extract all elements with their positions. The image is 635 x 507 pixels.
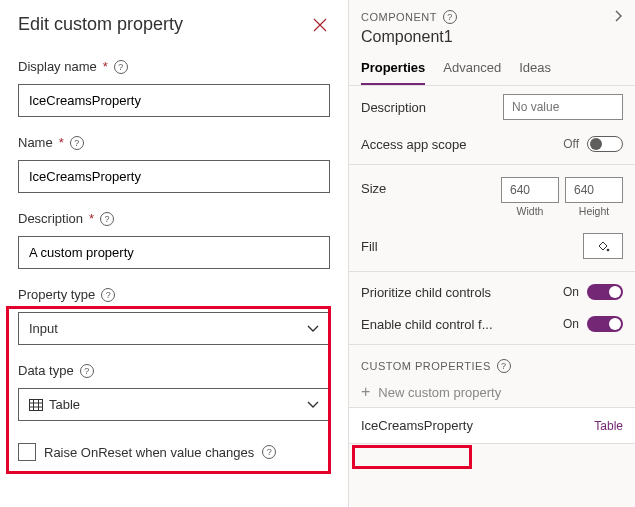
edit-property-panel: Edit custom property Display name * ? Na… xyxy=(0,0,349,507)
access-app-scope-label: Access app scope xyxy=(361,137,563,152)
svg-point-5 xyxy=(607,249,610,252)
info-icon[interactable]: ? xyxy=(70,136,84,150)
data-type-select[interactable]: Table xyxy=(18,388,330,421)
info-icon[interactable]: ? xyxy=(497,359,511,373)
height-sublabel: Height xyxy=(579,205,609,217)
new-custom-property-button[interactable]: + New custom property xyxy=(349,377,635,407)
tab-ideas[interactable]: Ideas xyxy=(519,54,551,85)
property-type-select[interactable]: Input xyxy=(18,312,330,345)
table-icon xyxy=(29,399,43,411)
raise-onreset-checkbox[interactable] xyxy=(18,443,36,461)
fill-label: Fill xyxy=(361,239,583,254)
svg-rect-0 xyxy=(30,399,43,410)
description-prop-label: Description xyxy=(361,100,503,115)
height-input[interactable] xyxy=(565,177,623,203)
width-sublabel: Width xyxy=(517,205,544,217)
custom-property-row[interactable]: IceCreamsProperty Table xyxy=(349,407,635,444)
custom-property-name: IceCreamsProperty xyxy=(361,418,473,433)
enable-child-toggle[interactable] xyxy=(587,316,623,332)
access-app-scope-state: Off xyxy=(563,137,579,151)
chevron-down-icon xyxy=(307,322,319,336)
component-panel: COMPONENT ? Component1 Properties Advanc… xyxy=(349,0,635,507)
close-icon[interactable] xyxy=(310,15,330,35)
property-type-label: Property type xyxy=(18,287,95,302)
description-input[interactable] xyxy=(18,236,330,269)
component-name: Component1 xyxy=(349,28,635,54)
tab-properties[interactable]: Properties xyxy=(361,54,425,85)
required-marker: * xyxy=(59,135,64,150)
chevron-down-icon xyxy=(307,398,319,412)
prioritize-state: On xyxy=(563,285,579,299)
plus-icon: + xyxy=(361,383,370,401)
prioritize-label: Prioritize child controls xyxy=(361,285,563,300)
info-icon[interactable]: ? xyxy=(100,212,114,226)
display-name-label: Display name xyxy=(18,59,97,74)
fill-button[interactable] xyxy=(583,233,623,259)
width-input[interactable] xyxy=(501,177,559,203)
chevron-right-icon[interactable] xyxy=(615,10,623,24)
info-icon[interactable]: ? xyxy=(443,10,457,24)
description-label: Description xyxy=(18,211,83,226)
required-marker: * xyxy=(89,211,94,226)
custom-properties-section: CUSTOM PROPERTIES xyxy=(361,360,491,372)
info-icon[interactable]: ? xyxy=(114,60,128,74)
data-type-value: Table xyxy=(49,397,80,412)
paint-bucket-icon xyxy=(596,239,610,253)
description-prop-input[interactable] xyxy=(503,94,623,120)
tab-advanced[interactable]: Advanced xyxy=(443,54,501,85)
enable-child-state: On xyxy=(563,317,579,331)
prioritize-toggle[interactable] xyxy=(587,284,623,300)
enable-child-label: Enable child control f... xyxy=(361,317,563,332)
component-section-label: COMPONENT xyxy=(361,11,437,23)
required-marker: * xyxy=(103,59,108,74)
custom-property-type: Table xyxy=(594,419,623,433)
name-label: Name xyxy=(18,135,53,150)
access-app-scope-toggle[interactable] xyxy=(587,136,623,152)
data-type-label: Data type xyxy=(18,363,74,378)
raise-onreset-label: Raise OnReset when value changes xyxy=(44,445,254,460)
name-input[interactable] xyxy=(18,160,330,193)
info-icon[interactable]: ? xyxy=(262,445,276,459)
new-custom-property-label: New custom property xyxy=(378,385,501,400)
info-icon[interactable]: ? xyxy=(101,288,115,302)
property-type-value: Input xyxy=(29,321,58,336)
display-name-input[interactable] xyxy=(18,84,330,117)
panel-title: Edit custom property xyxy=(18,14,183,35)
size-label: Size xyxy=(361,177,501,196)
info-icon[interactable]: ? xyxy=(80,364,94,378)
